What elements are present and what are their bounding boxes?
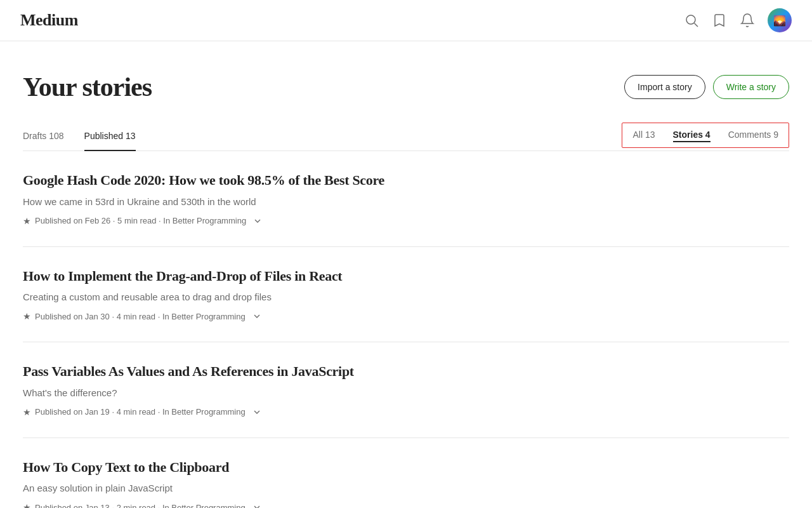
sub-filter-all[interactable]: All 13 [632, 128, 655, 142]
star-icon: ★ [23, 216, 31, 226]
tabs-row: Drafts 108 Published 13 All 13 Stories 4… [23, 123, 789, 151]
story-meta: ★ Published on Jan 13 · 2 min read · In … [23, 502, 789, 508]
tab-published[interactable]: Published 13 [84, 123, 136, 151]
story-meta-text: Published on Jan 19 · 4 min read · In Be… [35, 407, 246, 417]
story-meta-text: Published on Jan 30 · 4 min read · In Be… [35, 312, 246, 321]
chevron-down-icon[interactable] [252, 216, 263, 226]
story-subtitle: An easy solution in plain JavaScript [23, 481, 789, 495]
story-title[interactable]: How to Implement the Drag-and-Drop of Fi… [23, 267, 789, 286]
svg-line-1 [695, 23, 698, 27]
page-header: Your stories Import a story Write a stor… [23, 41, 789, 123]
story-meta: ★ Published on Jan 19 · 4 min read · In … [23, 407, 789, 417]
avatar[interactable]: 🌄 [768, 8, 792, 32]
bell-icon[interactable] [740, 13, 755, 28]
story-meta-text: Published on Feb 26 · 5 min read · In Be… [35, 216, 246, 225]
page-title: Your stories [23, 72, 152, 102]
write-story-button[interactable]: Write a story [713, 75, 789, 99]
header-right: 🌄 [684, 8, 792, 32]
story-subtitle: What's the difference? [23, 386, 789, 399]
import-story-button[interactable]: Import a story [624, 75, 705, 99]
header: Medium 🌄 [0, 0, 812, 41]
sub-filter: All 13 Stories 4 Comments 9 [622, 123, 789, 148]
star-icon: ★ [23, 502, 31, 508]
sub-filter-comments[interactable]: Comments 9 [728, 128, 778, 142]
tab-drafts[interactable]: Drafts 108 [23, 123, 64, 151]
search-icon[interactable] [684, 13, 699, 28]
story-title[interactable]: How To Copy Text to the Clipboard [23, 458, 789, 477]
story-title[interactable]: Google Hash Code 2020: How we took 98.5%… [23, 171, 789, 190]
story-meta: ★ Published on Feb 26 · 5 min read · In … [23, 216, 789, 226]
story-item: How to Implement the Drag-and-Drop of Fi… [23, 247, 789, 343]
star-icon: ★ [23, 407, 31, 417]
sub-filter-stories[interactable]: Stories 4 [673, 128, 710, 142]
story-item: Pass Variables As Values and As Referenc… [23, 342, 789, 438]
story-item: Google Hash Code 2020: How we took 98.5%… [23, 151, 789, 247]
story-meta: ★ Published on Jan 30 · 4 min read · In … [23, 311, 789, 321]
header-buttons: Import a story Write a story [624, 75, 789, 99]
story-title[interactable]: Pass Variables As Values and As Referenc… [23, 363, 789, 381]
main-content: Your stories Import a story Write a stor… [0, 41, 812, 508]
bookmark-icon[interactable] [712, 13, 727, 28]
chevron-down-icon[interactable] [252, 311, 262, 321]
svg-point-0 [686, 15, 695, 24]
story-item: How To Copy Text to the Clipboard An eas… [23, 438, 789, 508]
story-subtitle: Creating a custom and reusable area to d… [23, 290, 789, 304]
tabs-left: Drafts 108 Published 13 [23, 123, 136, 150]
story-meta-text: Published on Jan 13 · 2 min read · In Be… [35, 503, 246, 508]
chevron-down-icon[interactable] [252, 502, 262, 508]
story-list: Google Hash Code 2020: How we took 98.5%… [23, 151, 789, 508]
star-icon: ★ [23, 311, 31, 321]
chevron-down-icon[interactable] [252, 407, 262, 417]
logo[interactable]: Medium [20, 11, 78, 30]
story-subtitle: How we came in 53rd in Ukraine and 530th… [23, 195, 789, 208]
